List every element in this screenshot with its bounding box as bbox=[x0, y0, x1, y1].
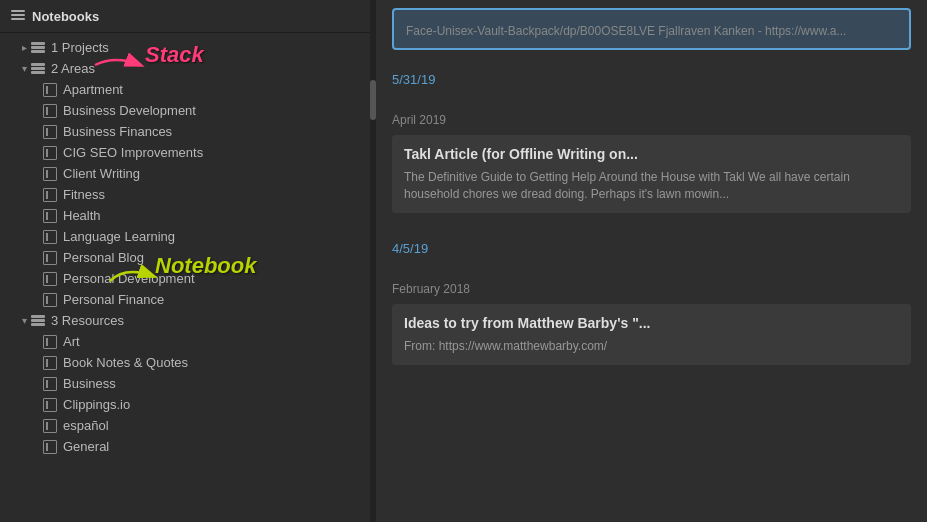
svg-rect-1 bbox=[11, 14, 25, 16]
date-label-531: 5/31/19 bbox=[392, 72, 911, 87]
arrow-areas bbox=[18, 63, 30, 74]
label-resources: 3 Resources bbox=[51, 313, 124, 328]
label-biz-dev: Business Development bbox=[63, 103, 196, 118]
notebook-icon-fitness bbox=[42, 188, 58, 202]
note-card-matthew-body: From: https://www.matthewbarby.com/ bbox=[404, 338, 899, 355]
notebook-icon-clippings bbox=[42, 398, 58, 412]
notebook-icon-personal-fin bbox=[42, 293, 58, 307]
notebook-icon-biz-dev bbox=[42, 104, 58, 118]
label-personal-fin: Personal Finance bbox=[63, 292, 164, 307]
sidebar-item-resources[interactable]: 3 Resources bbox=[0, 310, 370, 331]
sidebar-item-fitness[interactable]: Fitness bbox=[0, 184, 370, 205]
sidebar-item-book-notes[interactable]: Book Notes & Quotes bbox=[0, 352, 370, 373]
stack-icon-projects bbox=[30, 41, 46, 55]
label-areas: 2 Areas bbox=[51, 61, 95, 76]
note-card-matthew-title: Ideas to try from Matthew Barby's "... bbox=[404, 314, 899, 332]
date-section-45: 4/5/19 bbox=[376, 229, 927, 270]
sidebar-item-client-writing[interactable]: Client Writing bbox=[0, 163, 370, 184]
label-projects: 1 Projects bbox=[51, 40, 109, 55]
sidebar-item-cig-seo[interactable]: CIG SEO Improvements bbox=[0, 142, 370, 163]
svg-rect-2 bbox=[11, 18, 25, 20]
notebook-icon-book-notes bbox=[42, 356, 58, 370]
top-note-card[interactable]: Face-Unisex-Vault-Backpack/dp/B00OSE8LVE… bbox=[392, 8, 911, 50]
notebook-icon-language bbox=[42, 230, 58, 244]
top-card-url: Face-Unisex-Vault-Backpack/dp/B00OSE8LVE… bbox=[406, 24, 897, 38]
notebook-icon-biz-fin bbox=[42, 125, 58, 139]
date-section-531: 5/31/19 bbox=[376, 60, 927, 101]
note-card-takl[interactable]: Takl Article (for Offline Writing on... … bbox=[392, 135, 911, 213]
sidebar-tree: 1 Projects 2 Areas Apartment Business De… bbox=[0, 33, 370, 461]
sidebar-header: Notebooks bbox=[0, 0, 370, 33]
main-content: Face-Unisex-Vault-Backpack/dp/B00OSE8LVE… bbox=[376, 0, 927, 522]
svg-rect-0 bbox=[11, 10, 25, 12]
label-personal-blog: Personal Blog bbox=[63, 250, 144, 265]
label-business: Business bbox=[63, 376, 116, 391]
notebook-icon-cig-seo bbox=[42, 146, 58, 160]
label-personal-dev: Personal Development bbox=[63, 271, 195, 286]
label-fitness: Fitness bbox=[63, 187, 105, 202]
sidebar-item-espanol[interactable]: español bbox=[0, 415, 370, 436]
sidebar-item-biz-dev[interactable]: Business Development bbox=[0, 100, 370, 121]
label-general: General bbox=[63, 439, 109, 454]
note-card-takl-title: Takl Article (for Offline Writing on... bbox=[404, 145, 899, 163]
sidebar: Notebooks 1 Projects 2 Areas Apart bbox=[0, 0, 370, 522]
sidebar-item-art[interactable]: Art bbox=[0, 331, 370, 352]
date-label-feb: February 2018 bbox=[392, 282, 911, 296]
notebook-icon-espanol bbox=[42, 419, 58, 433]
note-card-matthew[interactable]: Ideas to try from Matthew Barby's "... F… bbox=[392, 304, 911, 365]
label-cig-seo: CIG SEO Improvements bbox=[63, 145, 203, 160]
stack-icon-areas bbox=[30, 62, 46, 76]
label-apartment: Apartment bbox=[63, 82, 123, 97]
sidebar-item-personal-fin[interactable]: Personal Finance bbox=[0, 289, 370, 310]
date-label-april: April 2019 bbox=[392, 113, 911, 127]
arrow-resources bbox=[18, 315, 30, 326]
date-section-april: April 2019 Takl Article (for Offline Wri… bbox=[376, 101, 927, 229]
notebook-icon-business bbox=[42, 377, 58, 391]
date-section-feb: February 2018 Ideas to try from Matthew … bbox=[376, 270, 927, 381]
label-language: Language Learning bbox=[63, 229, 175, 244]
label-espanol: español bbox=[63, 418, 109, 433]
label-health: Health bbox=[63, 208, 101, 223]
stack-icon-resources bbox=[30, 314, 46, 328]
sidebar-item-business[interactable]: Business bbox=[0, 373, 370, 394]
notebook-icon-personal-dev bbox=[42, 272, 58, 286]
label-biz-fin: Business Finances bbox=[63, 124, 172, 139]
label-book-notes: Book Notes & Quotes bbox=[63, 355, 188, 370]
notebook-icon-apartment bbox=[42, 83, 58, 97]
date-label-45: 4/5/19 bbox=[392, 241, 911, 256]
label-art: Art bbox=[63, 334, 80, 349]
notebooks-icon bbox=[10, 8, 26, 24]
notebook-icon-health bbox=[42, 209, 58, 223]
notebook-icon-client-writing bbox=[42, 167, 58, 181]
label-client-writing: Client Writing bbox=[63, 166, 140, 181]
sidebar-item-biz-fin[interactable]: Business Finances bbox=[0, 121, 370, 142]
notebook-icon-general bbox=[42, 440, 58, 454]
sidebar-item-language[interactable]: Language Learning bbox=[0, 226, 370, 247]
sidebar-item-apartment[interactable]: Apartment bbox=[0, 79, 370, 100]
sidebar-title: Notebooks bbox=[32, 9, 99, 24]
sidebar-item-general[interactable]: General bbox=[0, 436, 370, 457]
top-section: Face-Unisex-Vault-Backpack/dp/B00OSE8LVE… bbox=[376, 0, 927, 50]
sidebar-item-personal-dev[interactable]: Personal Development bbox=[0, 268, 370, 289]
sidebar-item-projects[interactable]: 1 Projects bbox=[0, 37, 370, 58]
sidebar-item-personal-blog[interactable]: Personal Blog bbox=[0, 247, 370, 268]
notebook-icon-personal-blog bbox=[42, 251, 58, 265]
note-card-takl-body: The Definitive Guide to Getting Help Aro… bbox=[404, 169, 899, 203]
sidebar-item-health[interactable]: Health bbox=[0, 205, 370, 226]
label-clippings: Clippings.io bbox=[63, 397, 130, 412]
sidebar-item-areas[interactable]: 2 Areas bbox=[0, 58, 370, 79]
arrow-projects bbox=[18, 42, 30, 53]
sidebar-item-clippings[interactable]: Clippings.io bbox=[0, 394, 370, 415]
notebook-icon-art bbox=[42, 335, 58, 349]
